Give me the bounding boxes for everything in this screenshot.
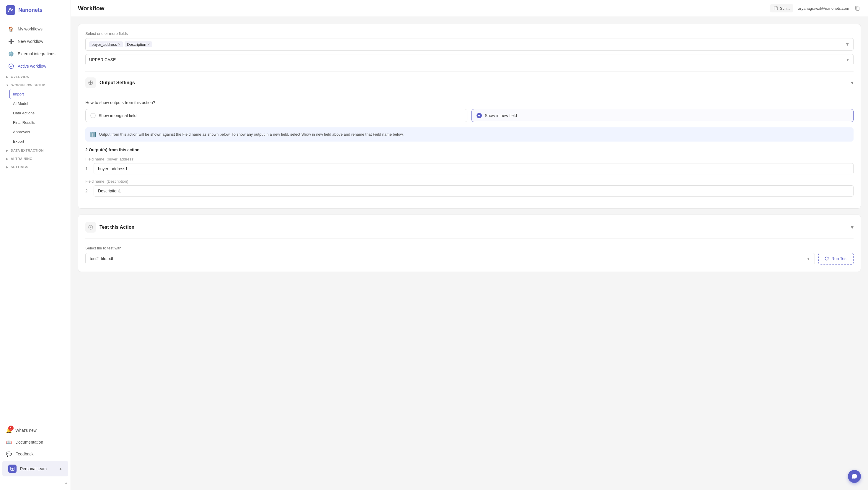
sidebar-item-label: My workflows <box>18 27 42 31</box>
notification-badge: 1 <box>8 426 13 431</box>
logo-icon <box>6 5 16 15</box>
sidebar-section-data-extraction[interactable]: ▶ DATA EXTRACTION <box>0 146 70 154</box>
sidebar-section-overview[interactable]: ▶ OVERVIEW <box>0 73 70 81</box>
sidebar-section-settings[interactable]: ▶ SETTINGS <box>0 163 70 171</box>
subnav-item-data-actions[interactable]: Data Actions <box>9 109 70 118</box>
sidebar-item-label: Documentation <box>16 440 43 444</box>
row-number-2: 2 <box>85 189 90 193</box>
topbar: Workflow Sch... aryanagrawal@nanonets.co… <box>71 0 868 17</box>
subnav-item-final-results[interactable]: Final Results <box>9 118 70 127</box>
chat-support-button[interactable] <box>848 470 861 483</box>
dropdown-chevron-icon: ▼ <box>845 57 850 62</box>
calendar-icon <box>774 6 778 11</box>
sidebar: Nanonets 🏠 My workflows ➕ New workflow ⚙… <box>0 0 71 490</box>
sidebar-navigation: 🏠 My workflows ➕ New workflow ⚙️ Externa… <box>0 20 70 422</box>
test-action-card: Test this Action ▾ Select file to test w… <box>78 214 861 272</box>
copy-button[interactable] <box>854 5 861 12</box>
outputs-count-title: 2 Output(s) from this action <box>85 147 854 152</box>
sidebar-section-workflow-setup[interactable]: ▼ WORKFLOW SETUP <box>0 81 70 89</box>
info-icon: ℹ️ <box>90 132 96 138</box>
subnav-item-approvals[interactable]: Approvals <box>9 127 70 137</box>
radio-circle-original <box>90 113 96 118</box>
logo-text: Nanonets <box>18 7 42 13</box>
subnav-item-label: Export <box>13 139 24 144</box>
personal-team-item[interactable]: Personal team ▲ <box>2 461 68 477</box>
page-title: Workflow <box>78 5 104 12</box>
sidebar-item-label: Feedback <box>16 452 33 456</box>
chevron-up-icon: ▲ <box>59 467 62 471</box>
tag-remove-buyer-address[interactable]: × <box>118 42 120 47</box>
subnav-item-label: Final Results <box>13 120 35 125</box>
output-question: How to show outputs from this action? <box>85 100 854 105</box>
schedule-label: Sch... <box>780 6 790 11</box>
radio-new-field[interactable]: Show in new field <box>471 109 854 122</box>
test-action-icon <box>85 222 96 233</box>
sidebar-item-active-workflow[interactable]: Active workflow <box>2 60 68 72</box>
fields-multiselect[interactable]: buyer_address × Description × ▼ <box>85 38 854 51</box>
transformation-dropdown[interactable]: UPPER CASE ▼ <box>85 54 854 65</box>
run-test-label: Run Test <box>831 256 848 261</box>
refresh-icon <box>824 256 829 261</box>
sidebar-item-label: Active workflow <box>18 64 46 68</box>
output-field-group-2: Field name (Description) 2 <box>85 179 854 197</box>
test-action-title-left: Test this Action <box>85 222 134 233</box>
sidebar-item-documentation[interactable]: 📖 Documentation <box>0 436 70 448</box>
section-header-label: AI TRAINING <box>11 157 32 161</box>
subnav-item-ai-model[interactable]: AI Model <box>9 99 70 108</box>
test-action-header[interactable]: Test this Action ▾ <box>85 222 854 239</box>
tag-buyer-address: buyer_address × <box>89 41 123 47</box>
divider <box>85 71 854 71</box>
subnav-item-label: AI Model <box>13 102 28 106</box>
fields-card: Select one or more fields buyer_address … <box>78 24 861 209</box>
subnav-item-export[interactable]: Export <box>9 137 70 146</box>
sidebar-bottom: 🔔 1 What's new 📖 Documentation 💬 Feedbac… <box>0 422 70 490</box>
field-input-1[interactable] <box>94 163 854 174</box>
chevron-right-icon: ▶ <box>6 75 8 79</box>
radio-label-new: Show in new field <box>485 113 517 118</box>
tag-remove-description[interactable]: × <box>147 42 150 47</box>
user-email[interactable]: aryanagrawal@nanonets.com <box>798 6 849 11</box>
tag-description: Description × <box>125 41 152 47</box>
test-action-title: Test this Action <box>99 225 134 230</box>
sidebar-item-whats-new[interactable]: 🔔 1 What's new <box>0 424 70 436</box>
integrations-icon: ⚙️ <box>8 51 14 57</box>
add-icon: ➕ <box>8 38 14 44</box>
personal-team-icon <box>8 465 17 473</box>
subnav-item-import[interactable]: Import <box>9 90 70 99</box>
subnav-item-label: Approvals <box>13 130 30 134</box>
main-area: Workflow Sch... aryanagrawal@nanonets.co… <box>71 0 868 490</box>
logo[interactable]: Nanonets <box>0 0 70 20</box>
chevron-right-icon: ▶ <box>6 166 8 169</box>
chevron-right-icon: ▶ <box>6 149 8 152</box>
section-header-label: OVERVIEW <box>11 75 30 79</box>
collapse-sidebar-button[interactable]: « <box>0 478 70 488</box>
workflow-icon <box>8 63 14 69</box>
test-file-select[interactable]: test2_file.pdf ▼ <box>85 253 815 264</box>
topbar-right: Sch... aryanagrawal@nanonets.com <box>770 4 861 12</box>
sidebar-item-new-workflow[interactable]: ➕ New workflow <box>2 35 68 47</box>
output-field-group-1: Field name (buyer_address) 1 <box>85 157 854 174</box>
sidebar-item-feedback[interactable]: 💬 Feedback <box>0 448 70 460</box>
svg-rect-4 <box>856 7 859 10</box>
section-header-label: WORKFLOW SETUP <box>11 83 45 87</box>
radio-options: Show in original field Show in new field <box>85 109 854 122</box>
section-header-label: SETTINGS <box>11 165 28 169</box>
sidebar-section-ai-training[interactable]: ▶ AI TRAINING <box>0 154 70 163</box>
output-row-2: 2 <box>85 185 854 197</box>
test-select-chevron-icon: ▼ <box>806 256 810 261</box>
bell-icon: 🔔 1 <box>6 427 12 433</box>
section-header-label: DATA EXTRACTION <box>11 149 44 152</box>
schedule-button[interactable]: Sch... <box>770 4 793 12</box>
chat-icon <box>851 473 858 480</box>
run-test-button[interactable]: Run Test <box>818 253 854 264</box>
field-label-2: Field name (Description) <box>85 179 854 183</box>
output-settings-header[interactable]: Output Settings ▾ <box>85 78 854 94</box>
radio-original-field[interactable]: Show in original field <box>85 109 467 122</box>
feedback-icon: 💬 <box>6 451 12 457</box>
chevron-right-icon: ▶ <box>6 157 8 161</box>
info-box: ℹ️ Output from this action will be shown… <box>85 127 854 142</box>
sidebar-item-my-workflows[interactable]: 🏠 My workflows <box>2 23 68 35</box>
output-settings-title: Output Settings <box>99 80 135 85</box>
sidebar-item-external-integrations[interactable]: ⚙️ External integrations <box>2 48 68 60</box>
field-input-2[interactable] <box>94 185 854 197</box>
